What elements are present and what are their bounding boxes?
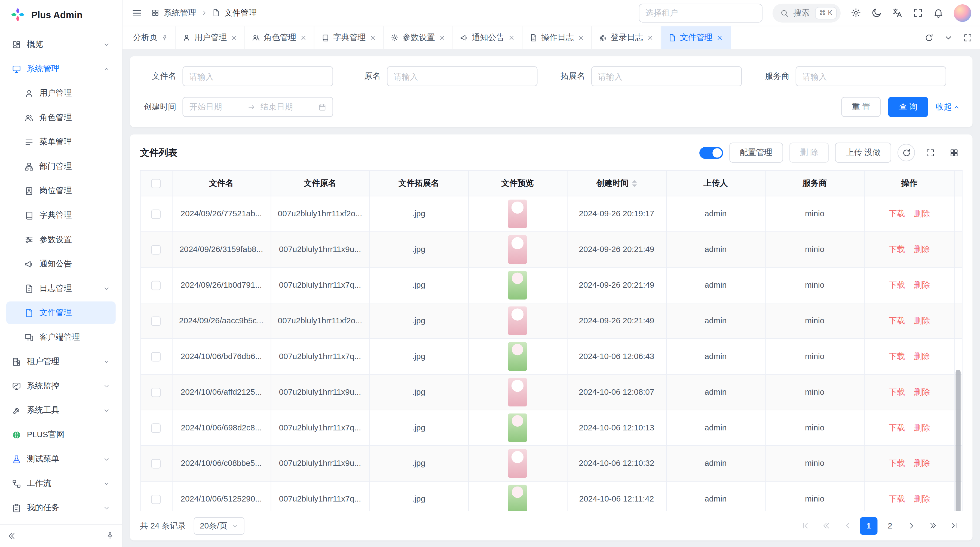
page-tab[interactable]: 通知公告 <box>453 26 523 49</box>
page-tab[interactable]: 用户管理 <box>176 26 245 49</box>
column-header-time[interactable]: 创建时间 <box>567 171 666 196</box>
table-fullscreen-button[interactable] <box>921 144 939 161</box>
pin-sidebar-icon[interactable] <box>106 532 115 541</box>
refresh-page-icon[interactable] <box>924 33 934 42</box>
notifications-bell-icon[interactable] <box>933 8 944 18</box>
sidebar-item[interactable]: 参数设置 <box>6 228 116 251</box>
sidebar-item[interactable]: gitee记录 <box>6 521 116 524</box>
sidebar-item[interactable]: 租户管理 <box>6 350 116 373</box>
preview-thumbnail[interactable] <box>508 413 527 442</box>
page-tab[interactable]: 角色管理 <box>245 26 314 49</box>
dark-mode-moon-icon[interactable] <box>871 8 882 18</box>
sidebar-item[interactable]: 日志管理 <box>6 277 116 300</box>
page-tab[interactable]: 参数设置 <box>384 26 453 49</box>
row-checkbox[interactable] <box>151 281 161 290</box>
sidebar-item[interactable]: 文件管理 <box>6 301 116 324</box>
sidebar-item[interactable]: 工作流 <box>6 472 116 495</box>
upload-button[interactable]: 上传 没做 <box>835 142 891 163</box>
sort-carets-icon[interactable] <box>632 180 637 187</box>
page-tab[interactable]: 分析页 <box>126 26 176 49</box>
page-tab[interactable]: 文件管理 <box>661 26 731 49</box>
delete-link[interactable]: 删除 <box>914 280 930 289</box>
preview-thumbnail[interactable] <box>508 342 527 371</box>
preview-thumbnail[interactable] <box>508 484 527 511</box>
row-checkbox[interactable] <box>151 388 161 397</box>
delete-link[interactable]: 删除 <box>914 209 930 218</box>
sidebar-item[interactable]: PLUS官网 <box>6 423 116 446</box>
vertical-scrollbar[interactable] <box>956 370 960 511</box>
sidebar-item[interactable]: 系统管理 <box>6 57 116 80</box>
sidebar-item[interactable]: 客户端管理 <box>6 326 116 348</box>
tab-close-icon[interactable] <box>300 34 307 41</box>
download-link[interactable]: 下载 <box>889 351 905 360</box>
preview-thumbnail[interactable] <box>508 306 527 335</box>
collapse-sidebar-button[interactable] <box>8 532 16 541</box>
page-number-button[interactable]: 1 <box>860 517 877 534</box>
refresh-list-button[interactable] <box>897 144 915 161</box>
row-checkbox[interactable] <box>151 209 161 218</box>
row-checkbox[interactable] <box>151 459 161 468</box>
last-page-button[interactable] <box>945 517 962 534</box>
content-fullscreen-icon[interactable] <box>963 33 972 42</box>
sidebar-item[interactable]: 我的任务 <box>6 497 116 519</box>
row-checkbox[interactable] <box>151 245 161 254</box>
tenant-select-input[interactable] <box>638 3 762 22</box>
tab-close-icon[interactable] <box>439 34 445 41</box>
global-search[interactable]: 搜索 ⌘ K <box>772 3 841 22</box>
sidebar-item[interactable]: 字典管理 <box>6 204 116 226</box>
delete-link[interactable]: 删除 <box>914 316 930 325</box>
breadcrumb-item[interactable]: 系统管理 <box>164 7 196 18</box>
tab-close-icon[interactable] <box>716 34 723 41</box>
filter-field-input[interactable] <box>387 66 538 86</box>
fullscreen-icon[interactable] <box>913 8 923 18</box>
jump-back-button[interactable] <box>818 517 835 534</box>
sidebar-item[interactable]: 用户管理 <box>6 82 116 105</box>
filter-field-input[interactable] <box>796 66 946 86</box>
date-range-picker[interactable]: 开始日期 结束日期 <box>182 97 333 117</box>
sidebar-item[interactable]: 系统监控 <box>6 375 116 397</box>
filter-field-input[interactable] <box>182 66 333 86</box>
sidebar-item[interactable]: 通知公告 <box>6 253 116 276</box>
row-checkbox[interactable] <box>151 494 161 504</box>
download-link[interactable]: 下载 <box>889 458 905 467</box>
app-logo[interactable]: Plus Admin <box>0 0 122 29</box>
row-checkbox[interactable] <box>151 316 161 325</box>
download-link[interactable]: 下载 <box>889 494 905 503</box>
search-button[interactable]: 查 询 <box>888 97 928 117</box>
sidebar-item[interactable]: 概览 <box>6 33 116 56</box>
sidebar-item[interactable]: 测试菜单 <box>6 448 116 470</box>
filter-field-input[interactable] <box>591 66 742 86</box>
download-link[interactable]: 下载 <box>889 423 905 432</box>
collapse-filter-link[interactable]: 收起 <box>935 101 960 113</box>
download-link[interactable]: 下载 <box>889 316 905 325</box>
row-checkbox[interactable] <box>151 352 161 361</box>
delete-link[interactable]: 删除 <box>914 351 930 360</box>
first-page-button[interactable] <box>796 517 814 534</box>
tab-close-icon[interactable] <box>647 34 654 41</box>
delete-button[interactable]: 删 除 <box>789 142 829 163</box>
config-manage-button[interactable]: 配置管理 <box>729 142 783 163</box>
reset-button[interactable]: 重 置 <box>841 97 881 117</box>
download-link[interactable]: 下载 <box>889 209 905 218</box>
delete-link[interactable]: 删除 <box>914 494 930 503</box>
tab-close-icon[interactable] <box>231 34 237 41</box>
sidebar-item[interactable]: 菜单管理 <box>6 131 116 153</box>
select-all-checkbox[interactable] <box>151 179 161 188</box>
sidebar-item[interactable]: 岗位管理 <box>6 180 116 202</box>
download-link[interactable]: 下载 <box>889 387 905 396</box>
column-settings-button[interactable] <box>945 144 962 161</box>
pin-icon[interactable] <box>161 34 168 41</box>
preview-thumbnail[interactable] <box>508 235 527 264</box>
tab-menu-chevron-icon[interactable] <box>944 33 953 42</box>
user-avatar[interactable] <box>954 4 971 22</box>
hamburger-icon[interactable] <box>131 7 142 18</box>
list-toggle[interactable] <box>699 147 723 159</box>
delete-link[interactable]: 删除 <box>914 244 930 254</box>
page-tab[interactable]: 字典管理 <box>314 26 384 49</box>
delete-link[interactable]: 删除 <box>914 387 930 396</box>
jump-forward-button[interactable] <box>924 517 941 534</box>
tab-close-icon[interactable] <box>578 34 584 41</box>
page-number-button[interactable]: 2 <box>881 517 899 534</box>
page-size-select[interactable]: 20条/页 <box>194 517 244 534</box>
preview-thumbnail[interactable] <box>508 449 527 478</box>
